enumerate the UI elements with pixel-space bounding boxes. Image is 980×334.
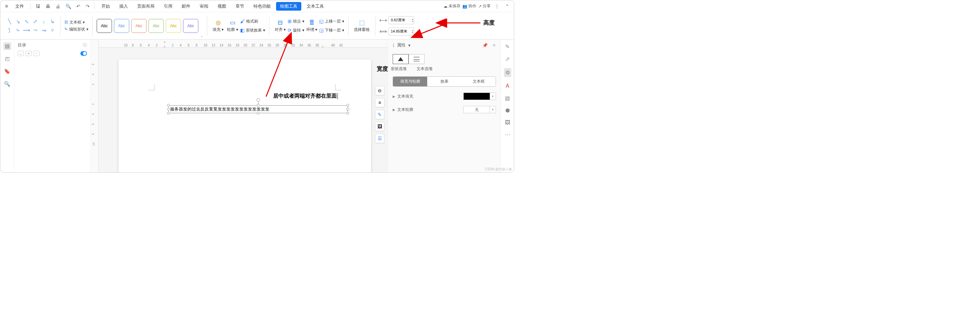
nav-tab-icon[interactable]: ◰ xyxy=(3,55,11,63)
line-tools[interactable]: ╲↘⤡⤢↓↳ ⟆⤷⟿⤳↝▿ xyxy=(6,18,56,34)
resize-handle-br[interactable] xyxy=(347,112,349,115)
text-fill-swatch[interactable] xyxy=(463,93,490,100)
textbox-button[interactable]: ☒文本框 ▾ xyxy=(64,19,88,25)
style-more-icon[interactable]: ⌄ xyxy=(200,34,203,38)
style-preset-6[interactable]: Abc xyxy=(183,19,198,33)
rr-font-icon[interactable]: A xyxy=(506,83,509,89)
fill-button[interactable]: ◍填充 ▾ xyxy=(211,19,225,33)
collapse-ribbon-icon[interactable]: ⌃ xyxy=(503,2,511,10)
tab-chapter[interactable]: 章节 xyxy=(232,2,248,11)
text-fill-dropdown-icon[interactable]: ▾ xyxy=(490,93,496,100)
print-preview-icon[interactable]: 🖶 xyxy=(43,2,52,10)
search-doc-icon[interactable]: 🔍 xyxy=(64,2,73,10)
outline-button[interactable]: ▭轮廓 ▾ xyxy=(226,19,239,33)
text-outline-row[interactable]: ▶文本轮廓 无 ▾ xyxy=(393,106,496,113)
rr-shape-icon[interactable]: ▧ xyxy=(505,95,510,101)
horizontal-ruler: 108642 246810121416182022242628303234363… xyxy=(99,40,388,48)
style-preset-4[interactable]: Abc xyxy=(148,19,164,33)
resize-handle-tl[interactable] xyxy=(167,104,170,107)
width-input[interactable]: ⟺ 14.85厘米▴▾ xyxy=(379,27,414,35)
text-fill-row[interactable]: ▶文本填充 ▾ xyxy=(393,93,496,100)
tab-start[interactable]: 开始 xyxy=(97,2,114,11)
bookmark-icon[interactable]: 🔖 xyxy=(3,67,11,75)
size-launcher-icon[interactable]: ⌟ xyxy=(416,34,418,38)
select-pane-button[interactable]: ⬚选择窗格 xyxy=(352,19,371,33)
share-button[interactable]: ↗ 分享 xyxy=(478,3,491,9)
selected-textbox[interactable]: 服务器发的过去反反复复发发发发发发发发发发发发 xyxy=(169,105,348,113)
text-options-label[interactable]: 文本选项 xyxy=(417,66,433,72)
resize-handle-tr[interactable] xyxy=(347,104,349,107)
text-outline-dropdown-icon[interactable]: ▾ xyxy=(490,106,496,113)
image-float-icon[interactable]: 🖼 xyxy=(375,122,384,131)
rotate-handle[interactable] xyxy=(256,98,260,102)
menu-file[interactable]: 文件 xyxy=(11,2,28,11)
style-preset-2[interactable]: Abc xyxy=(114,19,129,33)
rr-cube-icon[interactable]: ⬢ xyxy=(505,107,510,113)
style-preset-3[interactable]: Abc xyxy=(131,19,146,33)
style-preset-5[interactable]: Abc xyxy=(166,19,181,33)
format-painter-button[interactable]: 🖌格式刷 xyxy=(240,19,265,24)
layout-float-icon[interactable]: ≡ xyxy=(375,98,384,107)
text-outline-value[interactable]: 无 xyxy=(463,106,490,113)
shape-tab-fill[interactable] xyxy=(393,54,409,64)
toc-toggle[interactable] xyxy=(80,51,87,56)
toc-close-icon[interactable]: ⓧ xyxy=(83,42,87,48)
shape-tab-text[interactable] xyxy=(409,54,425,64)
undo-icon[interactable]: ↶ xyxy=(75,2,83,10)
tab-drawing[interactable]: 绘图工具 xyxy=(276,2,301,11)
pin-icon[interactable]: 📌 xyxy=(482,43,488,48)
bring-forward-button[interactable]: ◱上移一层 ▾ xyxy=(319,19,344,24)
unsaved-status[interactable]: ☁ 未保存 xyxy=(444,3,460,9)
rotate-button[interactable]: ⟳旋转 ▾ xyxy=(288,27,304,33)
tab-text-tools[interactable]: 文本工具 xyxy=(303,2,328,11)
hamburger-icon[interactable]: ≡ xyxy=(3,3,10,9)
more-icon[interactable]: ⋮ xyxy=(493,2,501,10)
toc-add-icon[interactable]: + xyxy=(25,51,32,56)
edit-shape-button[interactable]: ✎编辑形状 ▾ xyxy=(64,27,88,32)
wrap-button[interactable]: ≣环绕 ▾ xyxy=(305,19,318,33)
resize-handle-mr[interactable] xyxy=(347,108,349,111)
rr-select-icon[interactable]: ⬀ xyxy=(505,56,510,62)
seg-textbox[interactable]: 文本框 xyxy=(461,77,496,86)
align-button[interactable]: ⊟对齐 ▾ xyxy=(274,19,287,33)
rr-settings-icon[interactable]: ⚙ xyxy=(504,68,511,77)
left-rail: ▤ ◰ 🔖 🔍 xyxy=(0,40,14,172)
toc-expand-icon[interactable]: ⌄ xyxy=(18,51,24,56)
rr-pic-icon[interactable]: 🖼 xyxy=(505,119,510,126)
seg-effect[interactable]: 效果 xyxy=(427,77,461,86)
ribbon: ╲↘⤡⤢↓↳ ⟆⤷⟿⤳↝▿ ☒文本框 ▾ ✎编辑形状 ▾ Abc Abc Abc… xyxy=(0,12,514,40)
tab-mail[interactable]: 邮件 xyxy=(178,2,194,11)
redo-icon[interactable]: ↷ xyxy=(84,2,92,10)
tab-reference[interactable]: 引用 xyxy=(160,2,177,11)
resize-handle-bl[interactable] xyxy=(167,112,170,115)
shape-options-label[interactable]: 形状选项 xyxy=(391,66,407,72)
tab-layout[interactable]: 页面布局 xyxy=(133,2,159,11)
toc-remove-icon[interactable]: − xyxy=(33,51,40,56)
search-icon[interactable]: 🔍 xyxy=(3,80,11,88)
toc-tab-icon[interactable]: ▤ xyxy=(3,42,11,50)
tab-view[interactable]: 视图 xyxy=(213,2,230,11)
resize-handle-tc[interactable] xyxy=(257,104,259,107)
print-icon[interactable]: 🖨 xyxy=(54,2,62,10)
save-icon[interactable]: 🖫 xyxy=(33,2,42,10)
tab-feature[interactable]: 特色功能 xyxy=(250,2,275,11)
tab-insert[interactable]: 插入 xyxy=(115,2,132,11)
props-close-icon[interactable]: ✕ xyxy=(492,43,496,48)
collab-button[interactable]: 👥 协作 xyxy=(463,3,476,9)
body: ▤ ◰ 🔖 🔍 目录 ⓧ ⌄ + − 6 4 2 2 4 xyxy=(0,40,514,172)
collapse-float-icon[interactable]: ⊖ xyxy=(375,86,384,95)
resize-handle-ml[interactable] xyxy=(167,108,170,111)
pen-float-icon[interactable]: ✎ xyxy=(375,110,384,119)
resize-handle-bc[interactable] xyxy=(257,112,259,115)
vertical-ruler: 6 4 2 2 4 6 8 10 xyxy=(91,40,99,172)
rr-more-icon[interactable]: ⋯ xyxy=(505,132,510,138)
text-float-icon[interactable]: ☰ xyxy=(375,134,384,143)
seg-fill-outline[interactable]: 填充与轮廓 xyxy=(393,77,427,86)
tab-review[interactable]: 审阅 xyxy=(196,2,212,11)
height-input[interactable]: ⟷ 0.82厘米▴▾ xyxy=(379,16,414,24)
group-button[interactable]: ⊞组合 ▾ xyxy=(288,19,304,24)
shape-effect-button[interactable]: ◧形状效果 ▾ xyxy=(240,27,265,33)
send-backward-button[interactable]: ◲下移一层 ▾ xyxy=(319,27,344,33)
style-preset-1[interactable]: Abc xyxy=(97,19,112,33)
rr-edit-icon[interactable]: ✎ xyxy=(505,43,510,50)
